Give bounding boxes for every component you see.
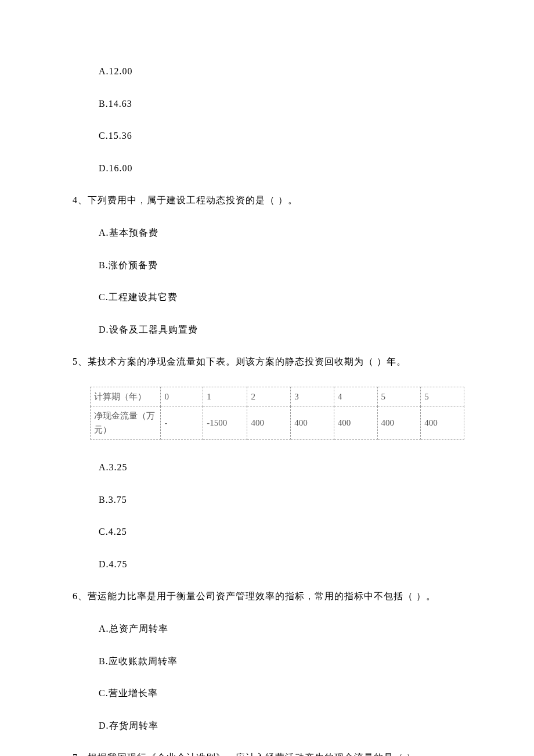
- q5-option-c: C.4.25: [99, 524, 464, 539]
- table-row: 计算期（年） 0 1 2 3 4 5 5: [91, 387, 464, 406]
- table-cell: 3: [291, 387, 334, 406]
- q5-option-b: B.3.75: [99, 492, 464, 507]
- q3-option-a: A.12.00: [99, 64, 464, 79]
- q4-option-b: B.涨价预备费: [99, 258, 464, 273]
- table-cell: 1: [203, 387, 247, 406]
- table-cell: 净现金流量（万元）: [91, 406, 161, 439]
- table-cell: -1500: [203, 406, 247, 439]
- table-cell: 400: [247, 406, 291, 439]
- table-row: 净现金流量（万元） - -1500 400 400 400 400 400: [91, 406, 464, 439]
- q6-text: 6、营运能力比率是用于衡量公司资产管理效率的指标，常用的指标中不包括（ ）。: [73, 589, 464, 604]
- q4-text: 4、下列费用中，属于建设工程动态投资的是（ ）。: [73, 193, 464, 208]
- q4-option-c: C.工程建设其它费: [99, 290, 464, 305]
- q5-text: 5、某技术方案的净现金流量如下表。则该方案的静态投资回收期为（ ）年。: [73, 354, 464, 369]
- q4-option-a: A.基本预备费: [99, 225, 464, 240]
- q3-option-d: D.16.00: [99, 161, 464, 176]
- q6-option-a: A.总资产周转率: [99, 621, 464, 636]
- q3-option-b: B.14.63: [99, 96, 464, 111]
- table-cell: 400: [421, 406, 464, 439]
- table-cell: 4: [334, 387, 377, 406]
- q5-option-a: A.3.25: [99, 460, 464, 475]
- q6-option-c: C.营业增长率: [99, 686, 464, 701]
- q4-option-d: D.设备及工器具购置费: [99, 322, 464, 337]
- table-cell: 0: [161, 387, 203, 406]
- q7-text: 7、根据我国现行《企业会计准则》，应计入经营活动产生的现金流量的是（ ）。: [73, 750, 464, 756]
- table-cell: 400: [377, 406, 421, 439]
- q5-option-d: D.4.75: [99, 557, 464, 572]
- q6-option-d: D.存货周转率: [99, 718, 464, 733]
- table-cell: 5: [377, 387, 421, 406]
- table-cell: 计算期（年）: [91, 387, 161, 406]
- table-cell: 2: [247, 387, 291, 406]
- table-cell: 400: [334, 406, 377, 439]
- q5-table: 计算期（年） 0 1 2 3 4 5 5 净现金流量（万元） - -1500 4…: [90, 387, 464, 440]
- table-cell: 5: [421, 387, 464, 406]
- table-cell: 400: [291, 406, 334, 439]
- table-cell: -: [161, 406, 203, 439]
- q6-option-b: B.应收账款周转率: [99, 654, 464, 669]
- q3-option-c: C.15.36: [99, 128, 464, 143]
